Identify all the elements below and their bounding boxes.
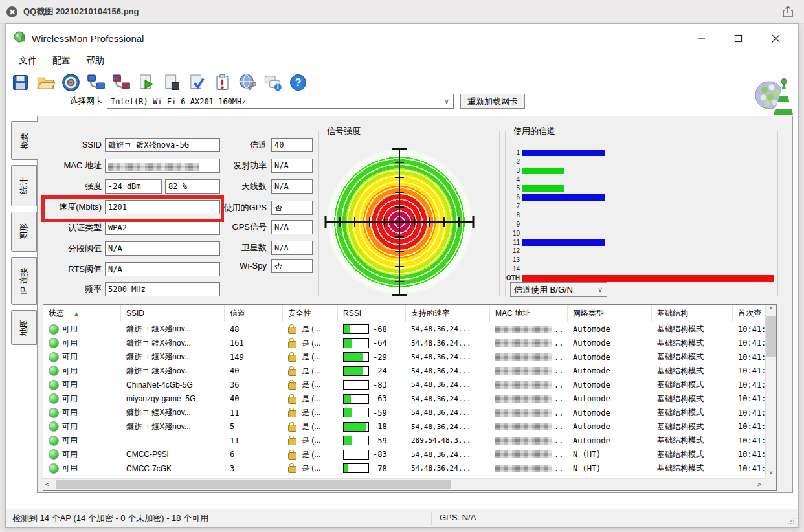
status-cell: 可用 <box>43 463 121 474</box>
stop-log-button[interactable] <box>161 71 183 93</box>
table-row[interactable]: 可用ChinaNet-4cGb-5G36是 (...-8354,48,36,24… <box>43 378 776 392</box>
rates-cell: 54,48,36,24... <box>406 367 490 375</box>
horizontal-scroll-thumb[interactable] <box>56 480 451 489</box>
channel-label: 10 <box>503 230 520 237</box>
channel-cell: 6 <box>225 450 283 459</box>
open-button[interactable] <box>35 71 56 93</box>
rates-cell: 54,48,36,24... <box>406 464 490 472</box>
table-row[interactable]: 可用鐮旂ㄱ 鍍X殘nov...40是 (...-2454,48,36,24...… <box>43 364 776 379</box>
channel-row-8: 8 <box>506 212 777 219</box>
verify-log-button[interactable] <box>186 71 208 93</box>
start-log-button[interactable] <box>136 71 157 93</box>
status-ok-icon <box>49 366 59 376</box>
report-alert-button[interactable] <box>212 71 233 93</box>
maximize-button[interactable] <box>722 24 754 52</box>
col-first-seen[interactable]: 首次查 <box>733 305 765 322</box>
security-cell: 是 (... <box>283 421 338 432</box>
security-cell: 是 (... <box>283 366 338 377</box>
infrastructure-cell: 基础结构模式 <box>652 351 733 362</box>
tab-summary[interactable]: 概要 <box>11 121 38 160</box>
channel-usage-select[interactable]: 信道使用 B/G/N ∨ <box>510 282 607 297</box>
window-title: WirelessMon Professional <box>32 33 144 44</box>
table-row[interactable]: 可用CMCC-P9Si6是 (...-8354,48,36,24.....N (… <box>43 448 776 462</box>
rssi-cell: -83 <box>338 380 406 390</box>
infrastructure-cell: 基础结构模式 <box>652 407 733 418</box>
col-mac[interactable]: MAC 地址 <box>490 305 568 322</box>
rssi-cell: -68 <box>338 324 406 334</box>
first-seen-cell: 10:41: <box>733 325 765 334</box>
channel-field[interactable]: 40 <box>271 138 313 152</box>
status-ok-icon <box>49 421 59 432</box>
ssid-label: SSID <box>38 138 102 152</box>
txpower-field[interactable]: N/A <box>271 159 313 173</box>
table-row[interactable]: 可用鐮旂ㄱ 鍍X殘nov...161是 (...-6454,48,36,24..… <box>43 337 776 351</box>
save-button[interactable] <box>10 71 31 93</box>
open-icon <box>36 73 55 92</box>
col-security[interactable]: 安全性 <box>283 305 338 322</box>
minimize-button[interactable] <box>685 24 717 52</box>
tab-statistics[interactable]: 统计 <box>11 165 37 206</box>
help-button[interactable]: ? <box>287 71 309 93</box>
channel-bar <box>522 150 605 156</box>
target-button[interactable] <box>60 71 82 93</box>
vertical-scrollbar[interactable]: ^ v <box>765 305 776 479</box>
menu-config[interactable]: 配置 <box>50 54 73 68</box>
col-nettype[interactable]: 网络类型 <box>568 305 652 322</box>
ssid-cell: 鐮旂ㄱ 鍍X殘nov... <box>121 324 225 335</box>
col-ssid[interactable]: SSID <box>121 305 225 322</box>
table-row[interactable]: 可用鐮旂ㄱ 鍍X殘nov...48是 (...-6854,48,36,24...… <box>43 322 776 337</box>
rates-cell: 54,48,36,24... <box>406 381 490 389</box>
gps-used-field[interactable]: 否 <box>271 201 313 215</box>
tab-map[interactable]: 地图 <box>11 310 37 345</box>
vertical-scroll-thumb[interactable] <box>766 316 776 357</box>
adapter-select[interactable]: Intel(R) Wi-Fi 6 AX201 160MHz ∨ <box>107 94 454 109</box>
reload-adapter-button[interactable]: 重新加载网卡 <box>460 94 525 109</box>
channel-bar <box>522 168 564 174</box>
support-info-button[interactable] <box>262 71 284 93</box>
col-channel[interactable]: 信道 <box>225 305 283 322</box>
antenna-field[interactable]: N/A <box>271 179 313 194</box>
channel-label: 5 <box>503 185 520 192</box>
table-row[interactable]: 可用miyanzqy-game_5G40是 (...-6354,48,36,24… <box>43 392 776 406</box>
status-ok-icon <box>49 324 59 335</box>
scroll-left-icon[interactable]: < <box>45 481 49 488</box>
table-row[interactable]: 可用鐮旂ㄱ 鍍X殘nov...5是 (...-1854,48,36,24....… <box>43 420 776 434</box>
horizontal-scrollbar[interactable]: < > <box>43 478 765 490</box>
gps-signal-field[interactable]: N/A <box>271 220 313 234</box>
ssid-cell: 鐮旂ㄱ 鍍X殘nov... <box>121 421 225 432</box>
freq-field[interactable]: 5200 MHz <box>105 282 220 296</box>
menu-file[interactable]: 文件 <box>16 54 39 68</box>
ssid-cell: 鐮旂ㄱ 鍍X殘nov... <box>121 351 225 362</box>
resize-grip[interactable] <box>788 518 794 524</box>
col-status[interactable]: 状态▲ <box>43 305 121 322</box>
mac-cell: .. <box>490 450 568 459</box>
table-row[interactable]: 可用鐮旂ㄱ 鍍X殘nov...149是 (...-2954,48,36,24..… <box>43 350 776 364</box>
scroll-right-icon[interactable]: > <box>757 481 761 488</box>
web-tools-button[interactable] <box>237 71 258 93</box>
status-cell: 可用 <box>43 338 121 349</box>
share-icon[interactable] <box>781 5 795 21</box>
strength-dbm-field[interactable]: -24 dBm <box>105 179 162 194</box>
wispy-label: Wi-Spy <box>167 259 267 273</box>
scroll-down-icon[interactable]: v <box>766 469 776 476</box>
channel-cell: 36 <box>225 381 283 390</box>
viewer-close-icon[interactable] <box>6 6 17 17</box>
wispy-field[interactable]: 否 <box>271 259 313 273</box>
connect-card-button[interactable] <box>85 71 107 93</box>
close-button[interactable] <box>759 24 792 52</box>
col-rates[interactable]: 支持的速率 <box>406 305 490 322</box>
satellites-field[interactable]: N/A <box>271 241 313 255</box>
table-row[interactable]: 可用鐮旂ㄱ 鍍X殘nov...11是 (...-5954,48,36,24...… <box>43 406 776 420</box>
table-row[interactable]: 可用CMCC-7cGK3是 (...-7854,48,36,24.....N (… <box>43 461 776 476</box>
mac-label: MAC 地址 <box>38 159 102 173</box>
menu-help[interactable]: 帮助 <box>84 54 107 68</box>
channel-row-OTH: OTH <box>506 275 777 282</box>
disconnect-card-button[interactable] <box>111 71 132 93</box>
rates-cell: 54,48,36,24... <box>406 339 490 348</box>
col-infrastructure[interactable]: 基础结构 <box>652 305 733 322</box>
col-rssi[interactable]: RSSI <box>338 305 406 322</box>
scroll-up-icon[interactable]: ^ <box>766 307 776 314</box>
tab-ip-connections[interactable]: IP 连接 <box>11 257 37 305</box>
table-row[interactable]: 可用11是 (...-59289,54,48,3.....Automode基础结… <box>43 434 776 448</box>
tab-graphs[interactable]: 图形 <box>11 212 37 252</box>
